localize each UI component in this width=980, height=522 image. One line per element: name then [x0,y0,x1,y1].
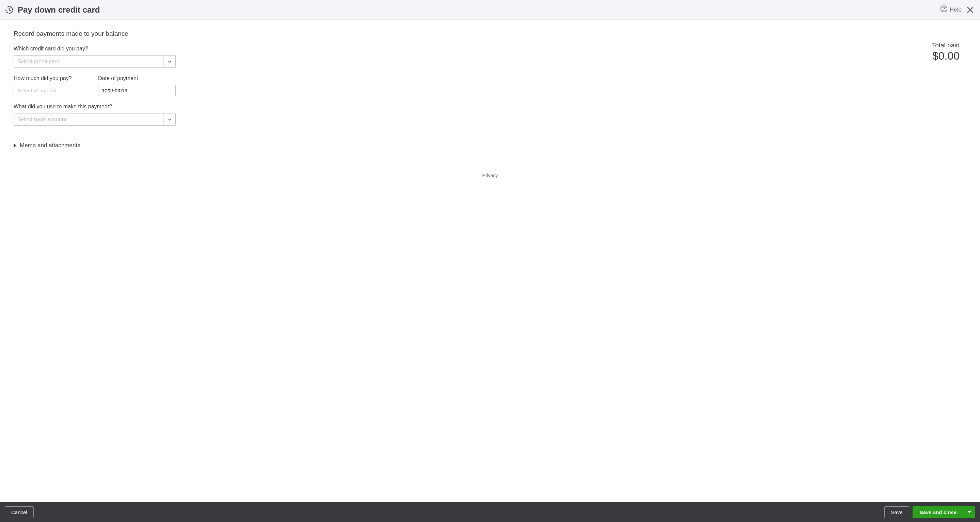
close-button[interactable] [965,5,975,15]
credit-card-field-group: Which credit card did you pay? [14,46,966,68]
amount-field-group: How much did you pay? [14,75,91,96]
date-input[interactable] [98,85,176,96]
footer-bar: Cancel Save Save and close [0,502,980,522]
credit-card-combo [14,55,176,68]
total-paid-value: $0.00 [932,50,959,62]
page-title: Pay down credit card [18,5,100,14]
chevron-down-icon [167,59,172,64]
bank-label: What did you use to make this payment? [14,104,966,110]
caret-down-icon [968,511,971,513]
section-subtitle: Record payments made to your balance [14,30,966,37]
bank-field-group: What did you use to make this payment? [14,104,966,126]
total-paid-label: Total paid [932,42,959,49]
memo-attachments-label: Memo and attachments [20,142,80,149]
privacy-link[interactable]: Privacy [14,173,966,178]
bank-input[interactable] [14,113,163,126]
help-button[interactable]: Help [940,5,962,14]
help-icon [940,5,948,14]
header-right: Help [940,5,975,15]
header-left: Pay down credit card [5,5,100,14]
credit-card-dropdown-button[interactable] [163,55,176,68]
save-button[interactable]: Save [884,506,909,518]
chevron-down-icon [167,117,172,122]
svg-point-1 [943,10,944,11]
help-label: Help [950,6,962,13]
save-and-close-dropdown[interactable] [964,506,975,518]
memo-attachments-expander[interactable]: Memo and attachments [14,142,966,149]
header-bar: Pay down credit card Help [0,0,980,20]
amount-date-row: How much did you pay? Date of payment [14,75,966,96]
save-close-group: Save and close [913,506,975,518]
amount-label: How much did you pay? [14,75,91,81]
history-icon[interactable] [5,5,14,14]
bank-combo [14,113,176,126]
save-and-close-button[interactable]: Save and close [913,506,964,518]
caret-right-icon [14,144,16,147]
content-area: Total paid $0.00 Record payments made to… [0,20,980,188]
credit-card-input[interactable] [14,55,163,68]
date-label: Date of payment [98,75,176,81]
bank-dropdown-button[interactable] [163,113,176,126]
footer-right: Save Save and close [884,506,975,518]
amount-input[interactable] [14,85,91,96]
credit-card-label: Which credit card did you pay? [14,46,966,52]
cancel-button[interactable]: Cancel [5,506,34,518]
date-field-group: Date of payment [98,75,176,96]
total-paid-summary: Total paid $0.00 [932,42,959,62]
